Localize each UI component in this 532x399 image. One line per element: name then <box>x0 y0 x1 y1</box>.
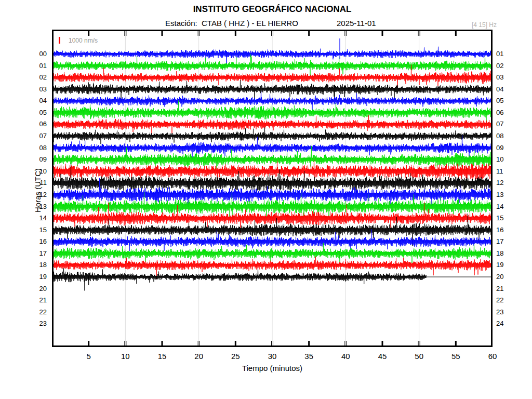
hour-label-right: 11 <box>496 168 512 175</box>
date-label: 2025-11-01 <box>337 19 376 28</box>
hour-label-right: 16 <box>496 227 512 234</box>
hour-label-right: 22 <box>496 297 512 304</box>
hour-label-right: 20 <box>496 273 512 281</box>
x-tick-label: 5 <box>77 352 100 361</box>
hour-label-right: 04 <box>496 86 512 93</box>
seismogram-plot <box>52 30 493 347</box>
y-axis-label: Horas (UTC) <box>33 149 42 232</box>
hour-label-right: 18 <box>496 250 512 257</box>
hour-label-right: 15 <box>496 215 512 222</box>
x-tick-label: 60 <box>481 352 504 361</box>
hour-label-right: 17 <box>496 238 512 245</box>
hour-label-right: 10 <box>496 156 512 163</box>
hour-label-right: 13 <box>496 191 512 198</box>
x-tick-label: 20 <box>188 352 210 361</box>
trace-hour-19 <box>52 268 427 290</box>
hour-label-left: 21 <box>32 297 47 304</box>
hour-label-right: 07 <box>496 121 512 128</box>
hour-label-left: 07 <box>32 132 47 140</box>
hour-label-left: 01 <box>32 62 47 70</box>
x-tick-label: 15 <box>151 352 174 361</box>
x-tick-label: 35 <box>298 352 321 361</box>
x-tick-label: 25 <box>224 352 247 361</box>
hour-label-left: 23 <box>32 320 47 327</box>
x-tick-label: 45 <box>371 352 394 361</box>
station-subtitle: Estación: CTAB ( HHZ ) - EL HIERRO <box>165 19 298 28</box>
hour-label-right: 14 <box>496 203 512 210</box>
x-axis-label: Tiempo (minutos) <box>52 364 493 373</box>
hour-label-left: 03 <box>32 86 47 93</box>
hour-label-left: 05 <box>32 109 47 116</box>
helicorder-page: INSTITUTO GEOGRÁFICO NACIONAL Estación: … <box>0 0 532 399</box>
filter-band-label: [4 15] Hz <box>467 21 497 29</box>
hour-label-left: 00 <box>32 50 47 58</box>
x-tick-label: 55 <box>444 352 467 361</box>
x-tick-label: 40 <box>334 352 357 361</box>
hour-label-left: 16 <box>32 238 47 245</box>
hour-label-right: 21 <box>496 285 512 292</box>
hour-label-left: 22 <box>32 309 47 316</box>
hour-label-right: 09 <box>496 144 512 152</box>
amplitude-scale-label: 1000 nm/s <box>69 37 98 44</box>
hour-label-right: 08 <box>496 132 512 140</box>
x-tick-label: 50 <box>408 352 431 361</box>
page-title: INSTITUTO GEOGRÁFICO NACIONAL <box>52 4 493 15</box>
hour-label-right: 12 <box>496 179 512 187</box>
hour-label-left: 17 <box>32 250 47 257</box>
hour-label-left: 02 <box>32 74 47 81</box>
hour-label-right: 03 <box>496 74 512 81</box>
hour-label-left: 19 <box>32 273 47 281</box>
hour-label-right: 23 <box>496 309 512 316</box>
hour-label-right: 06 <box>496 109 512 116</box>
amplitude-scale-bar <box>59 37 60 44</box>
hour-label-left: 18 <box>32 261 47 269</box>
hour-label-left: 04 <box>32 97 47 104</box>
hour-label-right: 01 <box>496 50 512 58</box>
x-tick-label: 10 <box>114 352 137 361</box>
hour-label-right: 24 <box>496 320 512 327</box>
hour-label-right: 05 <box>496 97 512 104</box>
hour-label-left: 20 <box>32 285 47 292</box>
hour-label-right: 02 <box>496 62 512 70</box>
x-tick-label: 30 <box>261 352 284 361</box>
hour-label-right: 19 <box>496 261 512 269</box>
hour-label-left: 06 <box>32 121 47 128</box>
seismogram-canvas <box>52 30 493 347</box>
